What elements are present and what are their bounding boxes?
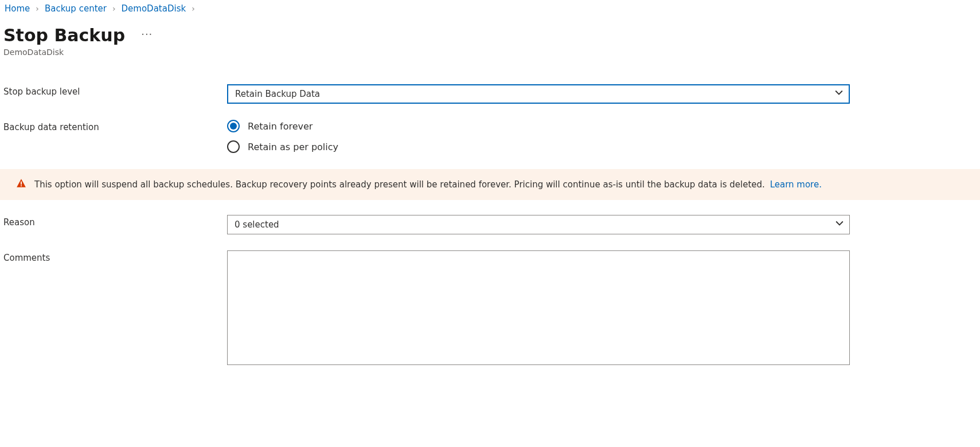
reason-select[interactable]: 0 selected: [227, 215, 850, 234]
chevron-right-icon: ›: [36, 4, 39, 13]
breadcrumb-demodatadisk[interactable]: DemoDataDisk: [122, 3, 186, 14]
stop-backup-level-select[interactable]: Retain Backup Data: [227, 84, 850, 104]
retention-radio-group: Retain forever Retain as per policy: [227, 120, 850, 153]
retention-radio-policy[interactable]: Retain as per policy: [227, 140, 850, 153]
warning-icon: [16, 178, 26, 191]
svg-rect-1: [21, 185, 22, 186]
backup-data-retention-label: Backup data retention: [3, 120, 227, 132]
chevron-down-icon: [835, 89, 843, 99]
reason-value: 0 selected: [235, 219, 279, 230]
chevron-right-icon: ›: [192, 4, 195, 13]
breadcrumb-backup-center[interactable]: Backup center: [45, 3, 107, 14]
chevron-down-icon: [835, 219, 844, 230]
comments-textarea[interactable]: [227, 250, 850, 365]
chevron-right-icon: ›: [112, 4, 116, 13]
breadcrumb: Home › Backup center › DemoDataDisk ›: [3, 2, 977, 17]
stop-backup-level-value: Retain Backup Data: [235, 89, 320, 99]
page-title: Stop Backup: [3, 25, 125, 45]
learn-more-link[interactable]: Learn more.: [770, 179, 822, 190]
comments-label: Comments: [3, 250, 227, 263]
reason-label: Reason: [3, 215, 227, 228]
radio-icon: [227, 140, 240, 153]
warning-banner: This option will suspend all backup sche…: [0, 169, 980, 200]
retention-radio-forever-label: Retain forever: [248, 121, 313, 132]
retention-radio-forever[interactable]: Retain forever: [227, 120, 850, 132]
stop-backup-level-label: Stop backup level: [3, 84, 227, 97]
warning-text: This option will suspend all backup sche…: [34, 179, 765, 190]
breadcrumb-home[interactable]: Home: [5, 3, 30, 14]
radio-icon: [227, 120, 240, 132]
page-subtitle: DemoDataDisk: [3, 48, 977, 57]
svg-rect-0: [21, 182, 22, 185]
more-actions-button[interactable]: ···: [141, 28, 153, 42]
retention-radio-policy-label: Retain as per policy: [248, 142, 338, 152]
